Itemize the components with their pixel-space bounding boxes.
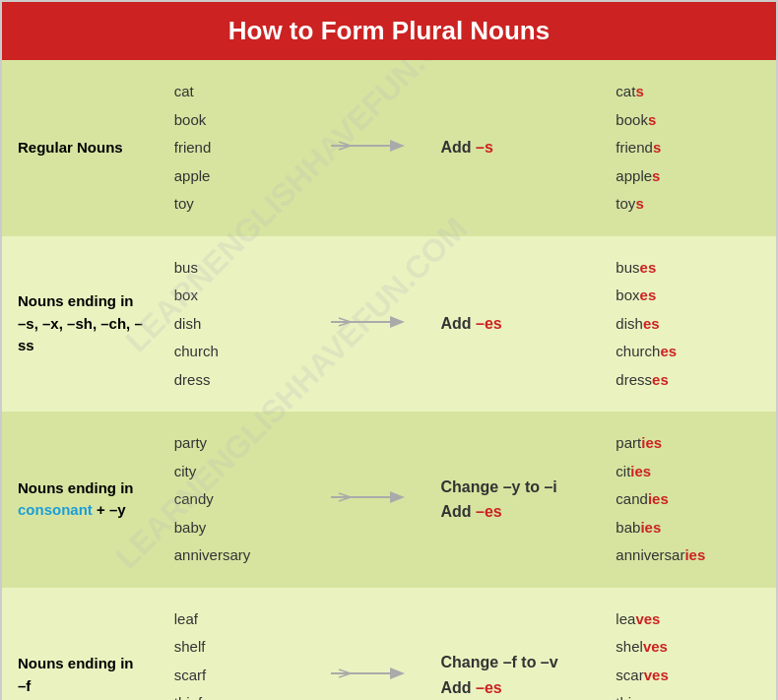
rule-text: Add –es (441, 679, 502, 696)
singular-word: apple (174, 167, 211, 184)
arrow-cell-2 (315, 412, 425, 588)
singular-word: candy (174, 490, 214, 507)
svg-marker-1 (390, 140, 405, 152)
plural-word: shelves (616, 638, 668, 655)
rule-cell-2: Change –y to –iAdd –es (425, 412, 601, 588)
arrow-cell-0 (315, 60, 425, 236)
rule-text: Add –es (441, 503, 502, 520)
singular-word: toy (174, 195, 194, 212)
singular-word: cat (174, 83, 194, 99)
plural-word: dresses (616, 371, 668, 388)
plural-cell-2: partiescitiescandiesbabiesanniversaries (600, 412, 776, 588)
singular-word: church (174, 343, 219, 359)
singular-word: baby (174, 519, 207, 536)
category-label: Regular Nouns (18, 139, 123, 156)
rule-text: Add –s (441, 139, 493, 156)
category-blue: consonant (18, 501, 93, 518)
singular-word: bus (174, 259, 198, 276)
singular-word: thief (174, 694, 202, 700)
plural-word: buses (616, 259, 656, 276)
arrow-icon (331, 134, 410, 158)
plural-cell-1: busesboxesdisheschurchesdresses (600, 236, 776, 413)
category-cell-3: Nouns ending in –f (2, 588, 159, 701)
rule-cell-0: Add –s (425, 60, 601, 236)
plural-word: churches (616, 343, 677, 359)
singular-word: box (174, 286, 198, 303)
plural-word: friends (616, 139, 661, 156)
plural-word: thieves (616, 694, 664, 700)
singular-word: dress (174, 371, 211, 388)
category-cell-1: Nouns ending in –s, –x, –sh, –ch, –ss (2, 236, 159, 413)
category-label: Nouns ending in –s, –x, –sh, –ch, –ss (18, 292, 143, 353)
category-cell-0: Regular Nouns (2, 60, 159, 236)
arrow-cell-1 (315, 236, 425, 413)
page-title: How to Form Plural Nouns (2, 2, 776, 60)
rule-text: Add –es (441, 315, 502, 332)
category-label: Nouns ending in –f (18, 655, 134, 694)
plural-word: babies (616, 519, 661, 536)
plural-word: cities (616, 463, 651, 479)
singular-cell-3: leafshelfscarfthiefcalf (159, 588, 315, 701)
plural-word: scarves (616, 667, 668, 683)
rule-cell-1: Add –es (425, 236, 601, 413)
plural-cell-3: leavesshelvesscarvesthievescalves (600, 588, 776, 701)
plural-word: anniversaries (616, 546, 705, 563)
rule-text: Change –y to –i (441, 478, 557, 495)
table-wrapper: LEARNENGLISHHAVEFUN.COM LEARNENGLISHHAVE… (2, 60, 776, 700)
singular-word: party (174, 434, 207, 451)
arrow-icon (331, 310, 410, 334)
svg-marker-13 (390, 668, 405, 679)
plural-word: cats (616, 83, 643, 99)
singular-word: friend (174, 139, 212, 156)
plural-word: candies (616, 490, 668, 507)
singular-word: anniversary (174, 546, 251, 563)
arrow-icon (331, 662, 410, 685)
singular-word: shelf (174, 638, 206, 655)
singular-word: city (174, 463, 197, 479)
plural-word: books (616, 111, 656, 128)
plural-word: dishes (616, 315, 659, 332)
singular-word: scarf (174, 667, 207, 683)
arrow-icon (331, 485, 410, 509)
singular-word: dish (174, 315, 202, 332)
noun-table: Regular Nounscatbookfriendappletoy Add –… (2, 60, 776, 700)
plural-word: toys (616, 195, 643, 212)
rule-text: Change –f to –v (441, 654, 558, 670)
plural-cell-0: catsbooksfriendsapplestoys (600, 60, 776, 236)
singular-word: book (174, 111, 207, 128)
singular-cell-2: partycitycandybabyanniversary (159, 412, 315, 588)
plural-word: boxes (616, 286, 656, 303)
arrow-cell-3 (315, 588, 425, 701)
rule-cell-3: Change –f to –vAdd –es (425, 588, 601, 701)
singular-word: leaf (174, 610, 198, 627)
singular-cell-1: busboxdishchurchdress (159, 236, 315, 413)
svg-marker-9 (390, 491, 405, 503)
singular-cell-0: catbookfriendappletoy (159, 60, 315, 236)
svg-marker-5 (390, 316, 405, 328)
main-card: How to Form Plural Nouns LEARNENGLISHHAV… (0, 0, 778, 700)
category-label: Nouns ending inconsonant + –y (18, 479, 134, 519)
plural-word: parties (616, 434, 662, 451)
category-cell-2: Nouns ending inconsonant + –y (2, 412, 159, 588)
plural-word: apples (616, 167, 660, 184)
plural-word: leaves (616, 610, 660, 627)
